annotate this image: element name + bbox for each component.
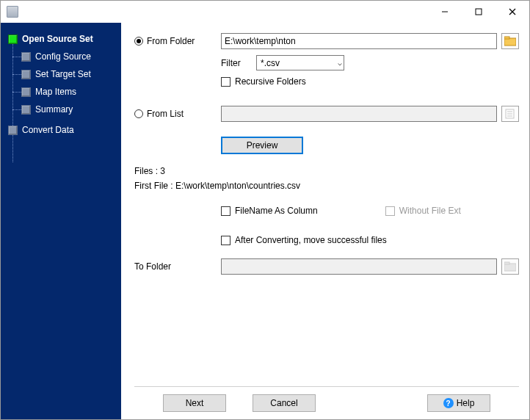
filter-combo[interactable]: *.csv ⌵: [256, 55, 344, 70]
from-folder-radio[interactable]: [134, 37, 143, 46]
from-list-radio[interactable]: [134, 109, 143, 118]
browse-to-folder-button: [501, 258, 519, 275]
first-file: First File : E:\work\temp\nton\countries…: [134, 181, 519, 191]
wizard-sidebar: Open Source Set Config Source Set Target…: [1, 23, 121, 419]
step-convert-data[interactable]: Convert Data: [1, 121, 121, 139]
browse-folder-button[interactable]: [501, 33, 519, 49]
filename-as-column-label: FileName As Column: [235, 206, 318, 216]
titlebar: [1, 1, 529, 23]
maximize-button[interactable]: [462, 1, 495, 23]
after-converting-label: After Converting, move successful files: [235, 235, 387, 245]
after-converting-checkbox[interactable]: [221, 236, 230, 245]
cancel-button[interactable]: Cancel: [253, 394, 316, 412]
step-open-source-set[interactable]: Open Source Set: [1, 30, 121, 48]
app-icon: [7, 6, 18, 18]
help-button[interactable]: ? Help: [427, 394, 490, 412]
recursive-checkbox[interactable]: [221, 77, 230, 87]
without-file-ext-checkbox: [385, 206, 395, 216]
filter-label: Filter: [221, 58, 256, 68]
recursive-label: Recursive Folders: [235, 76, 306, 87]
step-map-items[interactable]: Map Items: [1, 83, 121, 101]
main-panel: From Folder Filter *.csv ⌵ Recursive Fol…: [121, 23, 529, 419]
chevron-down-icon: ⌵: [338, 59, 342, 67]
to-folder-input: [221, 258, 497, 275]
next-button[interactable]: Next: [163, 394, 226, 412]
svg-rect-1: [476, 9, 482, 15]
preview-button[interactable]: Preview: [221, 137, 303, 154]
from-list-label: From List: [147, 109, 184, 119]
step-config-source[interactable]: Config Source: [1, 48, 121, 65]
without-file-ext-label: Without File Ext: [399, 206, 461, 216]
close-button[interactable]: [495, 1, 529, 23]
svg-rect-11: [504, 262, 509, 264]
footer: Next Cancel ? Help: [134, 386, 519, 412]
help-icon: ?: [443, 398, 454, 408]
browse-list-button[interactable]: [501, 106, 519, 122]
from-folder-label: From Folder: [147, 36, 195, 46]
from-list-input[interactable]: [221, 106, 497, 122]
filename-as-column-checkbox[interactable]: [221, 206, 230, 216]
minimize-button[interactable]: [428, 1, 462, 23]
svg-rect-5: [504, 37, 509, 39]
from-folder-input[interactable]: [221, 33, 497, 49]
to-folder-label: To Folder: [134, 261, 171, 272]
step-set-target-set[interactable]: Set Target Set: [1, 65, 121, 83]
step-summary[interactable]: Summary: [1, 101, 121, 118]
files-count: Files : 3: [134, 166, 519, 176]
